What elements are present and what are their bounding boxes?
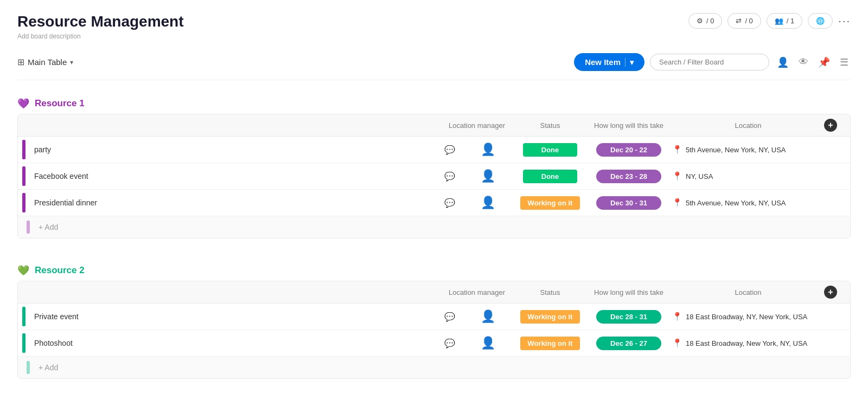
- status-cell[interactable]: Working on it: [515, 337, 585, 350]
- location-manager-cell[interactable]: 👤: [461, 309, 515, 324]
- location-manager-cell[interactable]: 👤: [461, 143, 515, 157]
- col-header-location-mgr: Location manager: [439, 288, 515, 296]
- search-input[interactable]: [650, 54, 769, 70]
- group1-column-headers: Location manager Status How long will th…: [18, 114, 850, 137]
- duration-cell[interactable]: Dec 28 - 31: [585, 310, 672, 324]
- comment-icon: 💬: [444, 198, 455, 208]
- avatar-icon: 👤: [481, 143, 495, 156]
- status-cell[interactable]: Done: [515, 170, 585, 183]
- add-row-bar: [27, 221, 30, 234]
- duration-cell[interactable]: Dec 20 - 22: [585, 143, 672, 157]
- toolbar-left: ⊞ Main Table ▾: [17, 57, 73, 67]
- row-item-name[interactable]: Private event: [30, 312, 439, 321]
- new-item-label: New Item: [585, 57, 621, 67]
- status-cell[interactable]: Working on it: [515, 310, 585, 324]
- status-cell[interactable]: Done: [515, 143, 585, 157]
- row-color-bar: [22, 140, 25, 159]
- group2-table: Location manager Status How long will th…: [17, 281, 851, 379]
- pin-button[interactable]: 📌: [816, 54, 832, 70]
- row-color-bar: [22, 193, 25, 212]
- row-color-bar: [22, 166, 25, 186]
- row-item-name[interactable]: Presidential dinner: [30, 198, 439, 207]
- location-pin-icon: 📍: [672, 198, 682, 208]
- comment-cell[interactable]: 💬: [439, 198, 461, 208]
- location-manager-cell[interactable]: 👤: [461, 336, 515, 350]
- new-item-button[interactable]: New Item ▾: [574, 53, 644, 71]
- duration-badge: Dec 23 - 28: [596, 170, 661, 183]
- main-table-button[interactable]: ⊞ Main Table ▾: [17, 57, 73, 67]
- comment-icon: 💬: [444, 339, 455, 348]
- col-header-add: +: [824, 286, 846, 299]
- location-pin-icon: 📍: [672, 171, 682, 181]
- invite-button[interactable]: 👥 / 1: [767, 13, 802, 29]
- add-column-button[interactable]: +: [824, 286, 837, 299]
- status-badge: Done: [523, 170, 577, 183]
- row-item-name[interactable]: party: [30, 145, 439, 154]
- col-header-location: Location: [672, 288, 824, 296]
- group2-title: Resource 2: [35, 265, 85, 276]
- col-header-location: Location: [672, 121, 824, 130]
- group1-table: Location manager Status How long will th…: [17, 114, 851, 238]
- main-table-chevron-icon: ▾: [70, 59, 73, 66]
- automate-button[interactable]: ⚙ / 0: [688, 13, 722, 29]
- table-row: Private event 💬 👤 Working on it Dec 28 -…: [18, 304, 850, 330]
- duration-cell[interactable]: Dec 23 - 28: [585, 170, 672, 183]
- comment-cell[interactable]: 💬: [439, 338, 461, 349]
- user-filter-button[interactable]: 👤: [775, 54, 791, 70]
- location-pin-icon: 📍: [672, 312, 682, 321]
- col-header-status: Status: [515, 288, 585, 296]
- automate-icon: ⚙: [697, 17, 703, 25]
- status-cell[interactable]: Working on it: [515, 196, 585, 210]
- location-cell[interactable]: 📍 5th Avenue, New York, NY, USA: [672, 198, 824, 208]
- add-column-button[interactable]: +: [824, 119, 837, 132]
- duration-cell[interactable]: Dec 26 - 27: [585, 337, 672, 350]
- integrate-icon: ⇄: [736, 17, 742, 25]
- share-button[interactable]: 🌐: [808, 13, 833, 29]
- col-header-status: Status: [515, 121, 585, 130]
- location-manager-cell[interactable]: 👤: [461, 196, 515, 210]
- status-badge: Working on it: [520, 337, 580, 350]
- location-manager-cell[interactable]: 👤: [461, 169, 515, 183]
- status-badge: Working on it: [520, 196, 580, 210]
- row-color-bar: [22, 307, 25, 326]
- row-item-name[interactable]: Photoshoot: [30, 339, 439, 347]
- duration-badge: Dec 26 - 27: [596, 337, 661, 350]
- avatar-icon: 👤: [481, 169, 495, 183]
- group-resource2: 💚 Resource 2 Location manager Status How…: [17, 260, 851, 379]
- automate-count: / 0: [706, 17, 714, 25]
- comment-cell[interactable]: 💬: [439, 312, 461, 322]
- row-item-name[interactable]: Facebook event: [30, 172, 439, 180]
- duration-badge: Dec 20 - 22: [596, 143, 661, 157]
- location-cell[interactable]: 📍 5th Avenue, New York, NY, USA: [672, 145, 824, 154]
- location-value: 5th Avenue, New York, NY, USA: [686, 146, 786, 154]
- duration-badge: Dec 30 - 31: [596, 196, 661, 210]
- location-value: NY, USA: [686, 172, 713, 180]
- group1-toggle-icon[interactable]: 💜: [17, 98, 29, 109]
- toolbar-right: New Item ▾ 👤 👁 📌 ☰: [574, 53, 851, 71]
- add-item-button[interactable]: + Add: [39, 223, 58, 231]
- group2-column-headers: Location manager Status How long will th…: [18, 281, 850, 304]
- add-row-button[interactable]: + Add: [18, 216, 850, 238]
- comment-cell[interactable]: 💬: [439, 145, 461, 155]
- globe-icon: 🌐: [816, 17, 825, 25]
- col-header-duration: How long will this take: [585, 121, 672, 130]
- col-header-add: +: [824, 119, 846, 132]
- add-row-button[interactable]: + Add: [18, 357, 850, 378]
- invite-count: / 1: [787, 17, 794, 25]
- duration-cell[interactable]: Dec 30 - 31: [585, 196, 672, 210]
- location-value: 18 East Broadway, NY, New York, USA: [686, 313, 807, 321]
- location-pin-icon: 📍: [672, 338, 682, 348]
- comment-cell[interactable]: 💬: [439, 171, 461, 182]
- board-description[interactable]: Add board description: [17, 33, 184, 40]
- new-item-arrow-icon: ▾: [630, 58, 634, 67]
- group2-toggle-icon[interactable]: 💚: [17, 264, 29, 276]
- integrate-button[interactable]: ⇄ / 0: [727, 13, 761, 29]
- hide-columns-button[interactable]: 👁: [796, 54, 810, 70]
- table-row: Photoshoot 💬 👤 Working on it Dec 26 - 27…: [18, 330, 850, 357]
- location-cell[interactable]: 📍 NY, USA: [672, 171, 824, 181]
- location-cell[interactable]: 📍 18 East Broadway, New York, NY, USA: [672, 338, 824, 348]
- add-item-button[interactable]: + Add: [39, 363, 58, 372]
- location-cell[interactable]: 📍 18 East Broadway, NY, New York, USA: [672, 312, 824, 321]
- filter-button[interactable]: ☰: [838, 54, 851, 70]
- more-options-button[interactable]: ···: [838, 15, 851, 27]
